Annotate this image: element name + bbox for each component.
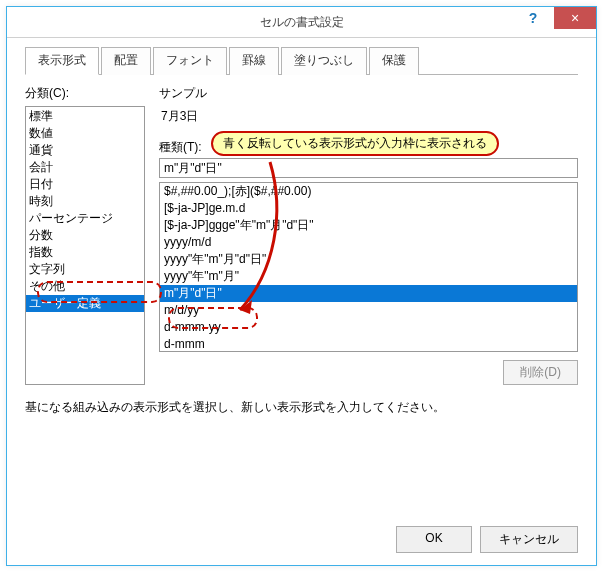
type-item[interactable]: [$-ja-JP]ggge"年"m"月"d"日"	[160, 217, 577, 234]
type-item[interactable]: yyyy"年"m"月"	[160, 268, 577, 285]
category-label: 分類(C):	[25, 85, 145, 102]
tabs: 表示形式配置フォント罫線塗りつぶし保護	[25, 46, 578, 75]
type-item[interactable]: [$-ja-JP]ge.m.d	[160, 200, 577, 217]
tab-2[interactable]: フォント	[153, 47, 227, 75]
sample-label: サンプル	[159, 85, 578, 102]
cancel-button[interactable]: キャンセル	[480, 526, 578, 553]
type-list[interactable]: $#,##0.00_);[赤]($#,##0.00)[$-ja-JP]ge.m.…	[159, 182, 578, 352]
category-item[interactable]: パーセンテージ	[26, 210, 144, 227]
category-item[interactable]: 指数	[26, 244, 144, 261]
instruction-text: 基になる組み込みの表示形式を選択し、新しい表示形式を入力してください。	[25, 399, 578, 416]
category-item[interactable]: 標準	[26, 108, 144, 125]
category-item[interactable]: 日付	[26, 176, 144, 193]
dialog-window: セルの書式設定 ? × 表示形式配置フォント罫線塗りつぶし保護 分類(C): 標…	[6, 6, 597, 566]
tab-1[interactable]: 配置	[101, 47, 151, 75]
tab-3[interactable]: 罫線	[229, 47, 279, 75]
type-label: 種類(T):	[159, 139, 578, 156]
tab-4[interactable]: 塗りつぶし	[281, 47, 367, 75]
type-item[interactable]: $#,##0.00_);[赤]($#,##0.00)	[160, 183, 577, 200]
type-item[interactable]: yyyy"年"m"月"d"日"	[160, 251, 577, 268]
titlebar: セルの書式設定 ? ×	[7, 7, 596, 37]
category-item[interactable]: 分数	[26, 227, 144, 244]
tab-0[interactable]: 表示形式	[25, 47, 99, 75]
delete-button: 削除(D)	[503, 360, 578, 385]
category-list[interactable]: 標準数値通貨会計日付時刻パーセンテージ分数指数文字列その他ユーザー定義	[25, 106, 145, 385]
category-item[interactable]: 会計	[26, 159, 144, 176]
type-item[interactable]: yyyy/m/d	[160, 234, 577, 251]
type-input[interactable]	[159, 158, 578, 178]
category-item[interactable]: その他	[26, 278, 144, 295]
category-item[interactable]: 数値	[26, 125, 144, 142]
type-item[interactable]: m/d/yy	[160, 302, 577, 319]
category-item[interactable]: 文字列	[26, 261, 144, 278]
tab-5[interactable]: 保護	[369, 47, 419, 75]
type-item[interactable]: d-mmm-yy	[160, 319, 577, 336]
category-item[interactable]: 通貨	[26, 142, 144, 159]
category-item[interactable]: 時刻	[26, 193, 144, 210]
category-item[interactable]: ユーザー定義	[26, 295, 144, 312]
type-item[interactable]: d-mmm	[160, 336, 577, 352]
sample-value: 7月3日	[159, 104, 200, 129]
type-item[interactable]: m"月"d"日"	[160, 285, 577, 302]
ok-button[interactable]: OK	[396, 526, 472, 553]
window-title: セルの書式設定	[7, 14, 596, 31]
